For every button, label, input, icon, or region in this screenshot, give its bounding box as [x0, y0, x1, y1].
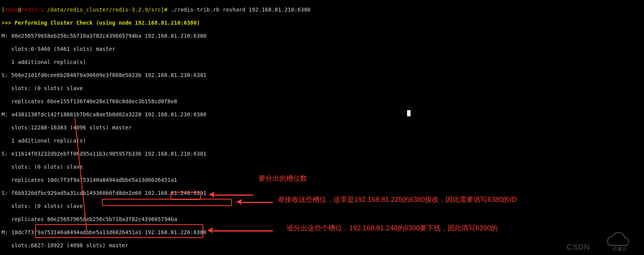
highlight-box-source-nodes: [35, 224, 203, 238]
node-line: S: 566e21d1fd0cee6b2848f0a90609e3f868e50…: [2, 72, 642, 79]
node-line: slots:0-5460 (5461 slots) master: [2, 46, 642, 52]
node-line: slots: (0 slots) slave: [2, 164, 642, 170]
node-line: S: e11614f03232d92ebff06d95a11b3c905957b…: [2, 151, 642, 157]
node-line: M: 80e256579658eb256c5b710a3f82c43966579…: [2, 33, 642, 39]
prompt-command[interactable]: ./redis-trib.rb reshard 192.168.81.210:6…: [171, 7, 310, 13]
prompt-at: @: [18, 7, 21, 13]
node-line: replicates 6bee155f136f40e28e1f60c8ddec3…: [2, 98, 642, 105]
node-line: slots:6827-10922 (4096 slots) master: [2, 242, 642, 249]
arrow-head-icon: [236, 199, 242, 205]
annotation-slots: 要分出的槽位数: [259, 175, 374, 182]
arrow-line-1: [215, 195, 253, 196]
terminal-output: [root@redis-1 /data/redis_cluster/redis-…: [0, 0, 644, 255]
annotation-source: 谁分出这些个槽位，192.168.81.240的6390要下线，因此填写6390…: [287, 225, 580, 232]
node-line: replicates 80e256579658eb256c5b710a3f82c…: [2, 216, 642, 223]
arrow-head-icon: [209, 192, 214, 197]
node-line: M: a4381138fdc142f18881b7b6ca8ae5b0d02a3…: [2, 111, 642, 118]
text-caret-icon: [407, 110, 411, 116]
node-line: slots:12288-16383 (4096 slots) master: [2, 124, 642, 131]
node-line: slots: (0 slots) slave: [2, 203, 642, 210]
cluster-check-header: >>> Performing Cluster Check (using node…: [2, 20, 642, 26]
yisu-text: 亿速云: [612, 246, 627, 252]
highlight-box-receiving-id: [102, 199, 232, 206]
prompt-line: [root@redis-1 /data/redis_cluster/redis-…: [2, 7, 642, 13]
prompt-path: /data/redis_cluster/redis-3.2.9/src: [44, 7, 161, 13]
node-line: 1 additional replica(s): [2, 59, 642, 65]
prompt-user: root: [5, 7, 18, 13]
node-line: slots: (0 slots) slave: [2, 85, 642, 92]
yisu-watermark: 亿速云: [598, 230, 641, 252]
node-line: 1 additional replica(s): [2, 138, 642, 144]
cloud-logo-icon: 亿速云: [598, 230, 641, 252]
bracket-close: ]#: [161, 7, 171, 13]
arrow-head-icon: [207, 228, 213, 233]
csdn-watermark: CSDN: [566, 244, 590, 250]
annotation-receiving: 谁接收这些槽位，这里是192.168.81.220的6380接收，因此需要填写6…: [278, 196, 579, 203]
arrow-line-3: [213, 230, 273, 232]
arrow-line-2: [242, 202, 273, 203]
prompt-host: redis-1: [21, 7, 44, 13]
